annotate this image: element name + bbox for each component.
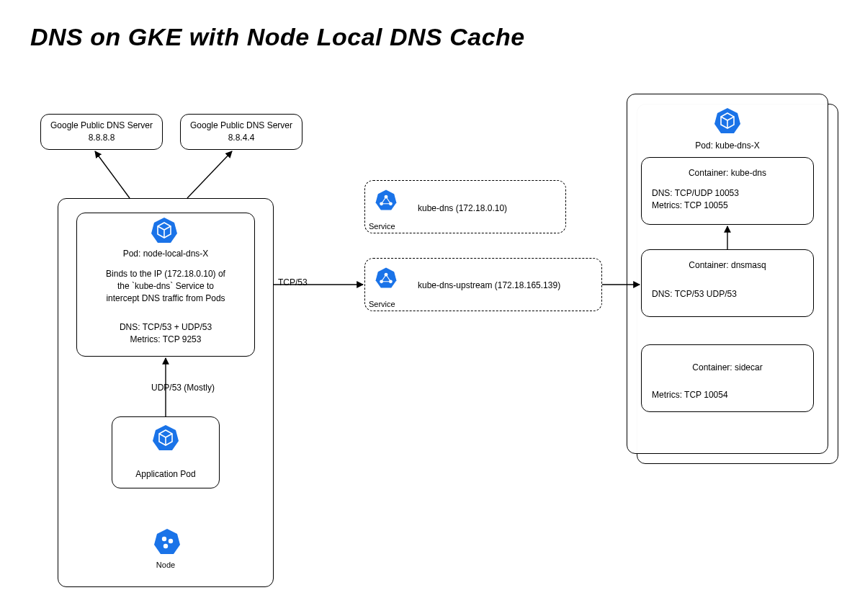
label-container-kube-dns-name: Container: kube-dns bbox=[641, 167, 814, 179]
label-service-kube-dns: kube-dns (172.18.0.10) bbox=[418, 202, 562, 215]
box-container-sidecar bbox=[641, 344, 814, 412]
svg-point-4 bbox=[162, 537, 166, 541]
diagram-canvas: DNS on GKE with Node Local DNS Cache Goo… bbox=[0, 0, 865, 616]
label-google-dns-a: Google Public DNS Server 8.8.8.8 bbox=[40, 120, 163, 144]
svg-point-5 bbox=[169, 539, 173, 543]
label-application-pod: Application Pod bbox=[112, 468, 220, 481]
service-icon bbox=[375, 189, 398, 212]
label-container-kube-dns-ports: DNS: TCP/UDP 10053 Metrics: TCP 10055 bbox=[652, 187, 803, 212]
label-google-dns-b: Google Public DNS Server 8.8.4.4 bbox=[180, 120, 302, 144]
label-node-local-pod-name: Pod: node-local-dns-X bbox=[76, 248, 255, 260]
node-icon bbox=[153, 527, 181, 556]
pod-icon bbox=[151, 424, 180, 452]
svg-marker-7 bbox=[376, 190, 397, 210]
arrow-local-to-dns-b bbox=[187, 151, 232, 198]
pod-icon bbox=[713, 107, 742, 135]
pod-icon bbox=[150, 216, 179, 245]
svg-marker-11 bbox=[376, 268, 397, 288]
page-title: DNS on GKE with Node Local DNS Cache bbox=[30, 23, 525, 51]
svg-marker-3 bbox=[154, 529, 180, 554]
label-kube-dns-pod-name: Pod: kube-dns-X bbox=[627, 140, 828, 152]
label-container-dnsmasq-name: Container: dnsmasq bbox=[641, 259, 814, 272]
label-service-kube-dns-upstream: kube-dns-upstream (172.18.165.139) bbox=[418, 280, 605, 292]
label-node-local-pod-ports: DNS: TCP/53 + UDP/53 Metrics: TCP 9253 bbox=[76, 321, 255, 346]
label-edge-local-to-upstream: TCP/53 bbox=[278, 277, 336, 289]
label-container-sidecar-ports: Metrics: TCP 10054 bbox=[652, 389, 803, 401]
label-edge-app-to-local: UDP/53 (Mostly) bbox=[151, 382, 259, 394]
label-service-kube-dns-icon: Service bbox=[369, 222, 412, 231]
label-container-sidecar-name: Container: sidecar bbox=[641, 362, 814, 374]
svg-point-6 bbox=[163, 544, 168, 548]
label-container-dnsmasq-ports: DNS: TCP/53 UDP/53 bbox=[652, 288, 803, 300]
label-node-local-pod-desc: Binds to the IP (172.18.0.10) of the `ku… bbox=[86, 268, 245, 304]
service-icon bbox=[375, 267, 398, 290]
arrow-local-to-dns-a bbox=[95, 151, 130, 198]
label-service-kube-dns-upstream-icon: Service bbox=[369, 300, 412, 308]
label-node-icon: Node bbox=[144, 561, 187, 569]
